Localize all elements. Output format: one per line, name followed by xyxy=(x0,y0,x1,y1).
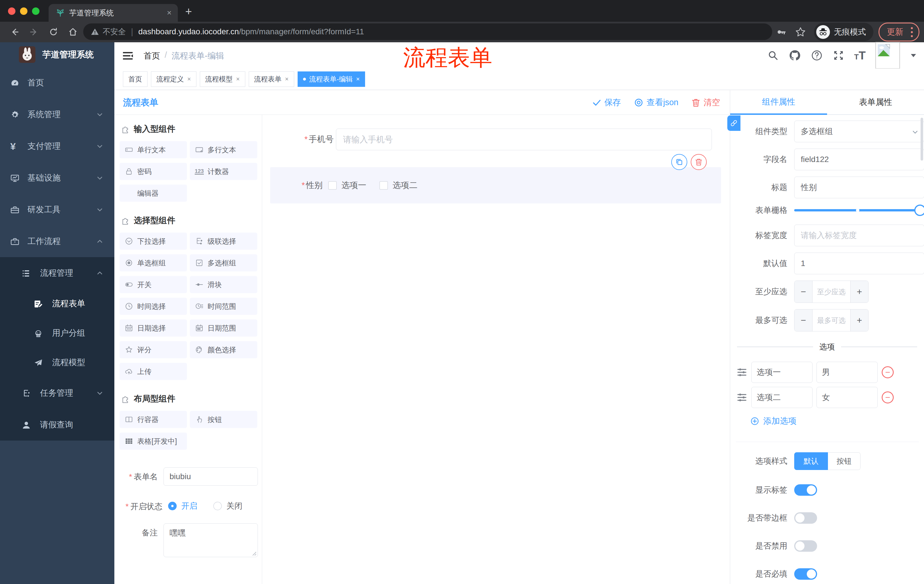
tab-component-props[interactable]: 组件属性 xyxy=(730,90,827,115)
palette-item-single-text[interactable]: 单行文本 xyxy=(119,141,187,158)
palette-item-color-picker[interactable]: 颜色选择 xyxy=(190,341,257,358)
border-toggle[interactable] xyxy=(794,512,817,524)
form-canvas[interactable]: *手机号 *性别 选项一 选项二 xyxy=(262,115,730,584)
delete-component-button[interactable] xyxy=(691,154,707,170)
checkbox-option-1[interactable] xyxy=(328,181,337,190)
remark-textarea[interactable]: 嘿嘿 xyxy=(163,523,258,557)
show-label-toggle[interactable] xyxy=(794,484,817,496)
default-value-input[interactable] xyxy=(794,253,924,274)
tag-process-form-edit[interactable]: 流程表单-编辑× xyxy=(298,71,365,87)
palette-item-switch[interactable]: 开关 xyxy=(119,276,187,293)
zoom-window-button[interactable] xyxy=(32,7,40,15)
palette-item-upload[interactable]: 上传 xyxy=(119,363,187,380)
window-controls[interactable] xyxy=(8,7,40,15)
palette-item-multi-text[interactable]: 多行文本 xyxy=(190,141,257,158)
title-input[interactable] xyxy=(794,176,924,198)
close-icon[interactable]: × xyxy=(187,76,191,83)
fullscreen-icon[interactable] xyxy=(833,49,845,61)
drag-handle-icon[interactable] xyxy=(736,392,747,403)
browser-tab[interactable]: 芋道管理系统 × xyxy=(49,4,178,22)
link-tab[interactable] xyxy=(727,115,741,131)
option-1-label-input[interactable] xyxy=(751,362,812,383)
sidebar-item-devtools[interactable]: 研发工具 xyxy=(0,194,114,225)
component-type-select[interactable] xyxy=(794,120,924,142)
palette-item-checkbox-group[interactable]: 多选框组 xyxy=(190,254,257,271)
address-bar[interactable]: 不安全 | dashboard.yudao.iocoder.cn/bpm/man… xyxy=(83,23,772,40)
style-default-button[interactable]: 默认 xyxy=(794,452,828,470)
save-button[interactable]: 保存 xyxy=(592,97,621,108)
palette-item-date-range[interactable]: 日期范围 xyxy=(190,319,257,337)
palette-item-cascader[interactable]: 级联选择 xyxy=(190,233,257,250)
palette-item-date-picker[interactable]: 日期选择 xyxy=(119,319,187,337)
view-json-button[interactable]: 查看json xyxy=(634,97,678,108)
option-1-value-input[interactable] xyxy=(817,362,878,383)
required-toggle[interactable] xyxy=(794,568,817,580)
checkbox-option-1-label[interactable]: 选项一 xyxy=(342,180,366,191)
palette-item-row-container[interactable]: 行容器 xyxy=(119,411,187,428)
sidebar-item-payment[interactable]: ¥ 支付管理 xyxy=(0,130,114,162)
tab-close-icon[interactable]: × xyxy=(167,8,172,17)
label-width-input[interactable] xyxy=(794,225,924,246)
collapse-sidebar-icon[interactable] xyxy=(121,49,134,62)
sidebar-item-task-manage[interactable]: 任务管理 xyxy=(0,377,114,409)
clear-button[interactable]: 清空 xyxy=(691,97,720,108)
close-icon[interactable]: × xyxy=(285,76,289,83)
radio-on-label[interactable]: 开启 xyxy=(181,500,197,512)
avatar-caret-icon[interactable] xyxy=(910,52,917,59)
tag-process-definition[interactable]: 流程定义× xyxy=(151,71,196,87)
tag-process-model[interactable]: 流程模型× xyxy=(200,71,245,87)
new-tab-button[interactable]: + xyxy=(185,5,192,18)
palette-item-slider[interactable]: 滑块 xyxy=(190,276,257,293)
back-icon[interactable] xyxy=(10,27,20,37)
sidebar-item-workflow[interactable]: 工作流程 xyxy=(0,225,114,257)
increase-button[interactable]: + xyxy=(851,281,868,303)
minimize-window-button[interactable] xyxy=(20,7,28,15)
remove-option-button[interactable]: − xyxy=(882,392,894,403)
copy-component-button[interactable] xyxy=(671,154,687,170)
palette-item-radio-group[interactable]: 单选框组 xyxy=(119,254,187,271)
palette-item-time-range[interactable]: 时间范围 xyxy=(190,298,257,315)
palette-item-rate[interactable]: 评分 xyxy=(119,341,187,358)
tag-process-form[interactable]: 流程表单× xyxy=(249,71,294,87)
sidebar-item-leave-query[interactable]: 请假查询 xyxy=(0,409,114,441)
password-key-icon[interactable] xyxy=(776,27,787,37)
reload-icon[interactable] xyxy=(49,27,58,37)
selected-component-gender[interactable]: *性别 选项一 选项二 xyxy=(270,167,721,204)
sidebar-item-process-manage[interactable]: 流程管理 xyxy=(0,257,114,289)
sidebar-item-process-form[interactable]: 流程表单 xyxy=(0,289,114,318)
tag-home[interactable]: 首页 xyxy=(123,71,147,87)
form-name-input[interactable] xyxy=(163,467,258,486)
update-chip[interactable]: 更新 xyxy=(879,23,919,41)
help-icon[interactable] xyxy=(811,49,823,61)
close-icon[interactable]: × xyxy=(236,76,240,83)
browser-menu-icon[interactable] xyxy=(911,27,913,37)
decrease-button[interactable]: − xyxy=(794,309,812,331)
drag-handle-icon[interactable] xyxy=(736,367,747,378)
palette-item-button[interactable]: 按钮 xyxy=(190,411,257,428)
remove-option-button[interactable]: − xyxy=(882,366,894,378)
checkbox-option-2-label[interactable]: 选项二 xyxy=(393,180,417,191)
option-2-label-input[interactable] xyxy=(751,387,812,408)
tab-form-props[interactable]: 表单属性 xyxy=(827,90,924,115)
component-type-value[interactable] xyxy=(794,120,924,142)
sidebar-item-process-model[interactable]: 流程模型 xyxy=(0,348,114,377)
search-icon[interactable] xyxy=(767,50,779,61)
palette-item-counter[interactable]: 123计数器 xyxy=(190,163,257,180)
sidebar-item-user-group[interactable]: 用户分组 xyxy=(0,318,114,348)
forward-icon[interactable] xyxy=(29,27,39,37)
close-window-button[interactable] xyxy=(8,7,15,15)
option-2-value-input[interactable] xyxy=(817,387,878,408)
sidebar-item-home[interactable]: 首页 xyxy=(0,67,114,99)
increase-button[interactable]: + xyxy=(851,309,868,331)
palette-item-select[interactable]: 下拉选择 xyxy=(119,233,187,250)
github-icon[interactable] xyxy=(789,49,801,62)
font-size-icon[interactable]: TT xyxy=(854,49,866,62)
form-grid-slider[interactable] xyxy=(794,204,924,216)
min-select-value[interactable]: 至少应选 xyxy=(812,281,851,303)
radio-on[interactable] xyxy=(168,502,177,510)
sidebar-item-system[interactable]: 系统管理 xyxy=(0,99,114,130)
panel-scrollbar[interactable] xyxy=(921,118,923,161)
not-secure-warning-icon[interactable] xyxy=(91,28,99,36)
style-button-button[interactable]: 按钮 xyxy=(828,452,861,470)
avatar[interactable] xyxy=(875,42,900,69)
